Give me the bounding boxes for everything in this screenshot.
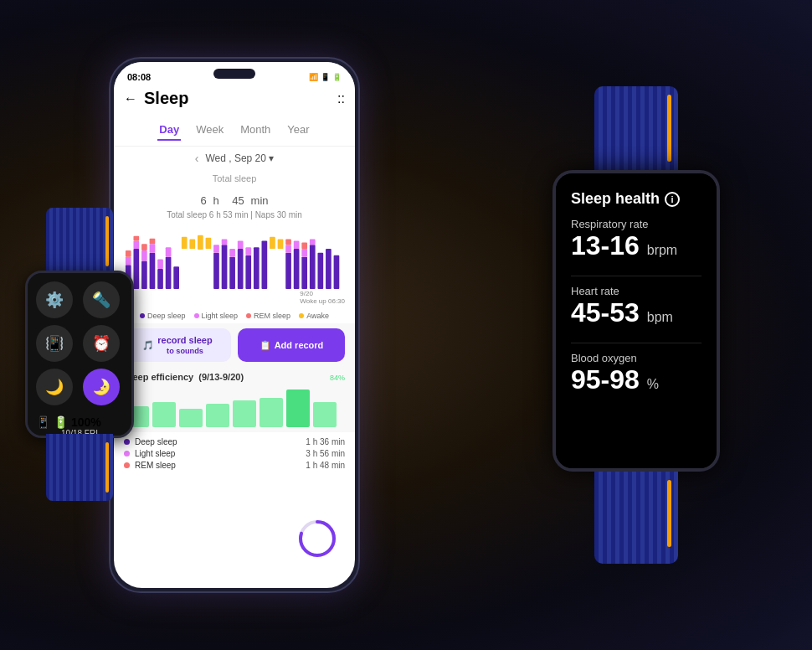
efficiency-date-range: (9/13-9/20) <box>198 372 244 382</box>
svg-rect-8 <box>133 241 139 250</box>
breakdown-light-sleep: Light sleep 3 h 56 min <box>124 449 345 458</box>
svg-rect-46 <box>285 240 291 245</box>
blood-oxygen-unit: % <box>647 377 659 391</box>
flashlight-icon-btn[interactable]: 🔦 <box>83 281 120 318</box>
efficiency-chart-svg <box>124 385 345 427</box>
add-record-button[interactable]: 📋 Add record <box>238 328 345 362</box>
breakdown-light-label: Light sleep <box>135 449 175 458</box>
sleep-legend: Deep sleep Light sleep REM sleep Awake <box>114 308 355 323</box>
tab-month[interactable]: Month <box>239 120 272 141</box>
svg-rect-25 <box>222 240 228 245</box>
svg-rect-22 <box>222 245 228 289</box>
sleep-chart: 9/20Woke up 06:30 <box>114 224 355 308</box>
back-button[interactable]: ← <box>124 91 137 106</box>
svg-rect-31 <box>238 241 244 250</box>
svg-rect-39 <box>317 253 323 289</box>
efficiency-percentage: 84% <box>330 374 345 382</box>
h-label: h <box>213 194 219 207</box>
watch-body-left: ⚙️ 🔦 📳 ⏰ 🌙 🌛 📱 🔋 100% 10/18 FRI <box>25 271 134 438</box>
svg-rect-49 <box>152 402 176 427</box>
record-sleep-icon: 🎵 <box>142 340 154 351</box>
svg-rect-47 <box>301 242 307 249</box>
svg-rect-45 <box>310 240 316 245</box>
svg-rect-5 <box>166 257 172 289</box>
left-section: ⚙️ 🔦 📳 ⏰ 🌙 🌛 📱 🔋 100% 10/18 FRI <box>0 0 469 650</box>
info-icon[interactable]: i <box>665 192 680 207</box>
watch-container-right: Sleep health i Respiratory rate 13-16 br… <box>552 86 720 564</box>
heart-rate-label: Heart rate <box>571 285 702 297</box>
watch-strap-right-bottom <box>594 472 678 564</box>
tab-day[interactable]: Day <box>157 120 181 141</box>
record-sleep-button[interactable]: 🎵 record sleepto sounds <box>124 328 231 362</box>
svg-rect-16 <box>150 239 156 245</box>
phone: 08:08 📶 📱 🔋 ← Sleep :: Day Week Month Ye… <box>109 57 360 593</box>
respiratory-rate-number: 13-16 <box>571 230 640 261</box>
watch-strap-top-left <box>46 208 113 275</box>
min-label: min <box>251 194 269 207</box>
legend-awake: Awake <box>299 312 329 320</box>
prev-date-button[interactable]: ‹ <box>195 152 199 165</box>
svg-rect-14 <box>133 236 139 241</box>
tab-week[interactable]: Week <box>194 120 225 141</box>
svg-rect-43 <box>294 241 300 250</box>
date-row: ‹ Wed , Sep 20 ▾ <box>114 147 355 170</box>
current-date[interactable]: Wed , Sep 20 ▾ <box>205 152 274 164</box>
svg-rect-26 <box>229 249 235 257</box>
record-sleep-label: record sleepto sounds <box>157 335 212 355</box>
blood-oxygen-label: Blood oxygen <box>571 352 702 364</box>
svg-rect-35 <box>285 253 291 289</box>
watch-icons-grid: ⚙️ 🔦 📳 ⏰ 🌙 🌛 <box>36 281 123 405</box>
alarm-icon-btn[interactable]: ⏰ <box>83 325 120 362</box>
divider-2 <box>571 343 702 343</box>
rem-sleep-legend-label: REM sleep <box>254 312 290 320</box>
moon-icon-btn[interactable]: 🌙 <box>36 369 73 405</box>
sleep-icon-btn[interactable]: 🌛 <box>83 369 120 405</box>
svg-rect-52 <box>233 400 256 427</box>
watch-screen-right: Sleep health i Respiratory rate 13-16 br… <box>556 173 717 468</box>
respiratory-rate-value: 13-16 brpm <box>571 232 702 259</box>
svg-rect-53 <box>260 398 283 427</box>
svg-rect-29 <box>254 247 260 289</box>
wifi-icon: 📶 <box>309 73 318 81</box>
light-sleep-dot <box>194 313 199 318</box>
signal-icon: 📱 <box>321 73 330 81</box>
svg-rect-30 <box>262 241 268 289</box>
sleep-hours: 6 <box>200 194 206 207</box>
svg-rect-32 <box>245 247 251 255</box>
sleep-health-label: Sleep health <box>571 190 660 208</box>
svg-rect-33 <box>270 237 275 249</box>
sleep-health-title: Sleep health i <box>571 190 702 208</box>
light-sleep-legend-label: Light sleep <box>202 312 239 320</box>
heart-rate-number: 45-53 <box>571 297 640 328</box>
svg-rect-12 <box>166 247 172 256</box>
svg-rect-37 <box>301 257 307 289</box>
svg-rect-42 <box>285 245 291 253</box>
legend-light-sleep: Light sleep <box>194 312 239 320</box>
breakdown-rem-sleep: REM sleep 1 h 48 min <box>124 461 345 470</box>
svg-rect-20 <box>206 238 212 249</box>
right-section: Sleep health i Respiratory rate 13-16 br… <box>460 0 812 650</box>
blood-oxygen-value: 95-98 % <box>571 366 702 393</box>
efficiency-chart <box>124 385 345 427</box>
breakdown-rem-duration: 1 h 48 min <box>306 461 345 470</box>
breakdown-deep-label: Deep sleep <box>135 437 177 446</box>
blood-oxygen-number: 95-98 <box>571 364 640 395</box>
divider-1 <box>571 276 702 276</box>
menu-button[interactable]: :: <box>337 91 345 106</box>
smartwatch-left: ⚙️ 🔦 📳 ⏰ 🌙 🌛 📱 🔋 100% 10/18 FRI <box>25 208 134 501</box>
settings-icon-btn[interactable]: ⚙️ <box>36 281 73 318</box>
svg-rect-11 <box>157 260 163 269</box>
sleep-minutes: 45 <box>232 194 244 207</box>
efficiency-title: Sleep efficiency (9/13-9/20) <box>124 372 244 382</box>
add-record-label: Add record <box>275 340 324 350</box>
vibrate-icon-btn[interactable]: 📳 <box>36 325 73 362</box>
svg-rect-51 <box>206 404 229 427</box>
battery-icon: 🔋 <box>332 73 342 81</box>
add-record-icon: 📋 <box>260 340 271 351</box>
watch-body-right: Sleep health i Respiratory rate 13-16 br… <box>552 170 720 472</box>
svg-rect-9 <box>141 250 147 261</box>
svg-rect-10 <box>150 244 156 253</box>
svg-rect-17 <box>182 237 188 249</box>
tab-year[interactable]: Year <box>285 120 311 141</box>
breakdown-rem-label: REM sleep <box>135 461 176 470</box>
